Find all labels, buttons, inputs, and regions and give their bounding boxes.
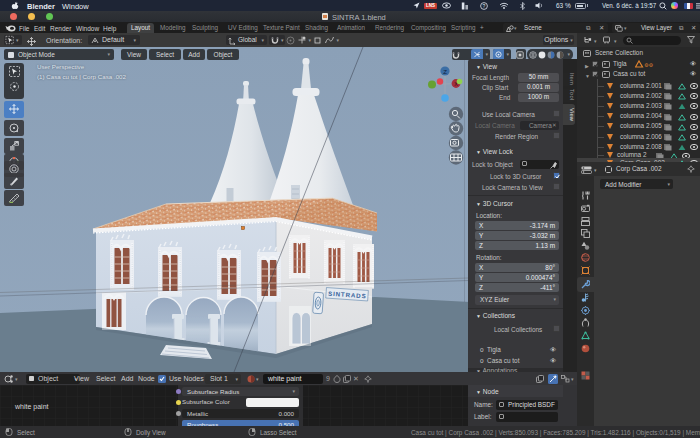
- svg-text:?: ?: [483, 2, 486, 8]
- svg-text:⚙⚙: ⚙⚙: [644, 62, 653, 68]
- svg-text:Z: Z: [443, 69, 447, 75]
